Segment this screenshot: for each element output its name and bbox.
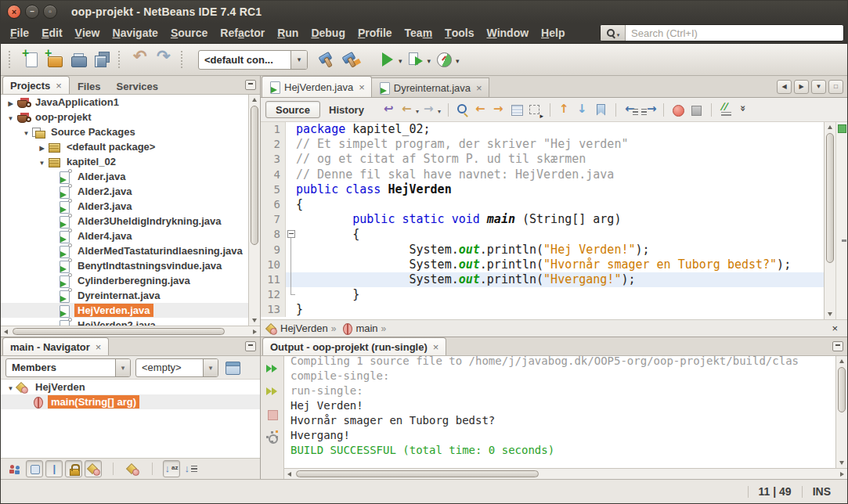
minimize-panel-button[interactable] — [832, 341, 843, 351]
line-number[interactable]: 9 — [261, 243, 286, 257]
toolbar-overflow-button[interactable] — [736, 102, 752, 118]
back-button[interactable] — [399, 102, 420, 118]
line-number[interactable]: 10 — [261, 257, 286, 272]
tree-item[interactable]: kapitel_02 — [1, 154, 248, 169]
tree-toggle-icon[interactable] — [37, 156, 47, 167]
find-next-occurrence-button[interactable] — [491, 102, 507, 118]
next-bookmark-button[interactable] — [575, 102, 591, 118]
fully-qualified-names-button[interactable] — [124, 460, 141, 477]
menu-item[interactable]: Debug — [305, 23, 352, 43]
tree-toggle-icon[interactable] — [21, 126, 31, 138]
show-non-public-members-button[interactable] — [65, 460, 82, 477]
open-project-button[interactable] — [67, 49, 89, 70]
forward-button[interactable] — [421, 102, 442, 118]
fold-margin[interactable] — [286, 257, 296, 272]
menu-item[interactable]: Edit — [35, 23, 68, 43]
menu-item[interactable]: Team — [399, 23, 439, 43]
fold-margin[interactable] — [286, 122, 296, 137]
output-vertical-scrollbar[interactable] — [835, 356, 847, 468]
tree-item[interactable]: Cylinderberegning.java — [1, 273, 248, 288]
line-number[interactable]: 7 — [261, 212, 286, 227]
dropdown-arrow-icon[interactable] — [416, 103, 419, 117]
tab-output[interactable]: Output - oop-projekt (run-single) — [262, 337, 446, 355]
tree-toggle-icon[interactable] — [5, 96, 16, 108]
menu-item[interactable]: Refactor — [214, 23, 271, 43]
tab-files[interactable]: Files — [70, 77, 109, 94]
menu-item[interactable]: File — [4, 23, 35, 43]
last-edit-position-button[interactable] — [381, 102, 398, 118]
search-icon-button[interactable] — [601, 25, 626, 41]
maximize-editor-button[interactable]: □ — [828, 80, 843, 94]
editor-vertical-scrollbar[interactable] — [824, 122, 835, 319]
fold-margin[interactable] — [286, 287, 296, 302]
line-number[interactable]: 11 — [261, 272, 286, 287]
tree-toggle-icon[interactable] — [5, 111, 16, 123]
find-previous-occurrence-button[interactable] — [473, 102, 489, 118]
combobox-dropdown-icon[interactable] — [290, 51, 307, 69]
tree-item[interactable]: HejVerden.java — [1, 303, 248, 318]
output-horizontal-scrollbar[interactable] — [284, 468, 847, 479]
menu-item[interactable]: Navigate — [106, 23, 164, 43]
scroll-tabs-left-button[interactable]: ◀ — [777, 80, 792, 94]
stop-macro-recording-button[interactable] — [688, 102, 705, 118]
close-tab-button[interactable] — [56, 81, 62, 91]
combobox-dropdown-icon[interactable] — [115, 359, 130, 376]
tab-navigator[interactable]: main - Navigator — [2, 337, 109, 355]
breadcrumb-item[interactable]: HejVerden — [265, 322, 341, 335]
minimize-window-button[interactable]: – — [25, 5, 39, 19]
maximize-window-button[interactable]: ▫ — [43, 5, 57, 19]
fold-margin[interactable] — [286, 182, 296, 197]
tree-item[interactable]: AlderMedTastaturindlaesning.java — [1, 243, 248, 258]
close-tab-button[interactable] — [96, 342, 102, 352]
fold-margin[interactable] — [286, 152, 296, 167]
tree-item[interactable]: Alder3UheldigIndrykning.java — [1, 214, 248, 229]
toggle-comment-button[interactable] — [718, 102, 734, 118]
build-project-button[interactable] — [315, 49, 337, 70]
toggle-bookmark-button[interactable] — [593, 102, 609, 118]
search-input[interactable] — [626, 27, 843, 39]
tab-services[interactable]: Services — [109, 77, 167, 94]
tab-list-button[interactable]: ▼ — [811, 80, 826, 94]
shift-line-right-button[interactable] — [641, 102, 657, 118]
rerun-with-different-parameters-button[interactable] — [265, 385, 280, 399]
history-view-button[interactable]: History — [320, 104, 373, 116]
fold-margin[interactable] — [286, 302, 296, 317]
sort-alphabetically-button[interactable] — [163, 460, 180, 477]
shift-line-left-button[interactable] — [622, 102, 639, 118]
tree-item[interactable]: <default package> — [1, 139, 248, 154]
toggle-rectangular-selection-button[interactable] — [527, 102, 543, 118]
menu-item[interactable]: Tools — [438, 23, 480, 43]
menu-item[interactable]: Help — [535, 23, 571, 43]
fold-margin[interactable] — [286, 137, 296, 152]
show-inherited-members-button[interactable] — [6, 460, 23, 477]
line-number[interactable]: 1 — [261, 122, 286, 137]
menu-item[interactable]: Source — [164, 23, 214, 43]
tab-hejverden-java[interactable]: HejVerden.java — [262, 76, 372, 97]
tree-item[interactable]: Dyreinternat.java — [1, 288, 248, 303]
fold-margin[interactable] — [286, 197, 296, 212]
tab-dyreinternat-java[interactable]: Dyreinternat.java — [371, 77, 489, 97]
menu-item[interactable]: Run — [271, 23, 305, 43]
output-settings-button[interactable] — [265, 430, 280, 445]
show-static-members-button[interactable] — [45, 460, 63, 477]
close-tab-button[interactable] — [359, 82, 365, 92]
clean-build-project-button[interactable] — [338, 49, 360, 70]
fold-margin[interactable] — [286, 167, 296, 182]
toggle-breakpoint-button[interactable] — [670, 102, 687, 118]
configuration-combobox[interactable]: <default con... — [193, 49, 313, 70]
previous-bookmark-button[interactable] — [557, 102, 573, 118]
redo-button[interactable] — [153, 49, 175, 70]
dropdown-arrow-icon[interactable] — [438, 103, 441, 117]
minimize-panel-button[interactable] — [245, 80, 256, 90]
show-fields-button[interactable] — [26, 460, 43, 477]
projects-vertical-scrollbar[interactable] — [248, 95, 260, 326]
line-number[interactable]: 5 — [261, 182, 286, 197]
dropdown-arrow-icon[interactable] — [456, 52, 460, 67]
dropdown-arrow-icon[interactable] — [428, 52, 431, 67]
tree-item[interactable]: Source Packages — [1, 124, 248, 139]
combobox-dropdown-icon[interactable] — [203, 359, 218, 376]
line-number[interactable]: 3 — [261, 152, 286, 167]
tree-item[interactable]: Alder2.java — [1, 184, 248, 199]
line-number[interactable]: 8 — [261, 227, 286, 242]
fold-margin[interactable] — [286, 272, 296, 287]
